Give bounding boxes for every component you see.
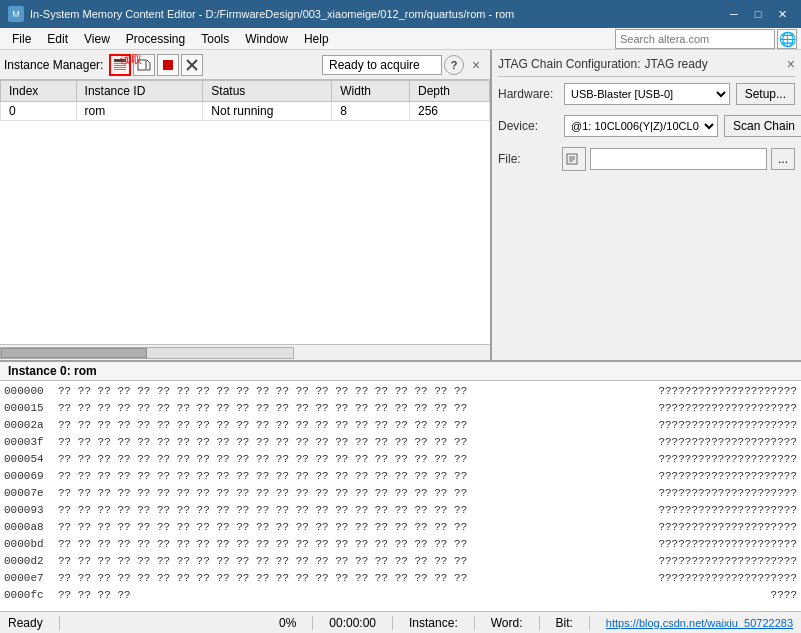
menu-bar: File Edit View Processing Tools Window H…	[0, 28, 801, 50]
close-button[interactable]: ✕	[771, 4, 793, 24]
instance-label: Instance:	[409, 616, 458, 630]
hex-row: 0000fc ?? ?? ?? ?? ????	[4, 587, 797, 604]
toolbar-label: Instance Manager:	[4, 58, 103, 72]
hex-bytes: ?? ?? ?? ?? ?? ?? ?? ?? ?? ?? ?? ?? ?? ?…	[58, 536, 656, 553]
hex-bytes: ?? ?? ?? ?? ?? ?? ?? ?? ?? ?? ?? ?? ?? ?…	[58, 468, 656, 485]
hex-row: 000069 ?? ?? ?? ?? ?? ?? ?? ?? ?? ?? ?? …	[4, 468, 797, 485]
svg-rect-3	[114, 67, 126, 68]
cell-index: 0	[1, 102, 77, 121]
hex-row: 000093 ?? ?? ?? ?? ?? ?? ?? ?? ?? ?? ?? …	[4, 502, 797, 519]
svg-rect-4	[114, 69, 126, 70]
instance-toolbar: Instance Manager: Ready to acquire	[0, 50, 490, 80]
device-select[interactable]: @1: 10CL006(Y|Z)/10CL0	[564, 115, 718, 137]
hex-address: 00002a	[4, 417, 56, 434]
hex-bytes: ?? ?? ?? ??	[58, 587, 675, 604]
hex-bytes: ?? ?? ?? ?? ?? ?? ?? ?? ?? ?? ?? ?? ?? ?…	[58, 519, 656, 536]
jtag-title: JTAG Chain Configuration:	[498, 57, 641, 71]
panel-close-button[interactable]: ×	[466, 55, 486, 75]
menu-view[interactable]: View	[76, 30, 118, 48]
hex-address: 0000a8	[4, 519, 56, 536]
col-instance-id: Instance ID	[76, 81, 203, 102]
delete-button[interactable]	[181, 54, 203, 76]
hardware-row: Hardware: USB-Blaster [USB-0] Setup...	[498, 83, 795, 105]
hex-address: 0000d2	[4, 553, 56, 570]
status-display: Ready to acquire	[322, 55, 442, 75]
hex-bytes: ?? ?? ?? ?? ?? ?? ?? ?? ?? ?? ?? ?? ?? ?…	[58, 485, 656, 502]
svg-rect-2	[114, 65, 126, 66]
file-label: File:	[498, 152, 558, 166]
h-scrollbar-area[interactable]	[0, 344, 490, 360]
hex-ascii: ????	[677, 587, 797, 604]
window-controls[interactable]: ─ □ ✕	[723, 4, 793, 24]
hex-ascii: ?????????????????????	[658, 434, 797, 451]
hex-row: 0000a8 ?? ?? ?? ?? ?? ?? ?? ?? ?? ?? ?? …	[4, 519, 797, 536]
hex-bytes: ?? ?? ?? ?? ?? ?? ?? ?? ?? ?? ?? ?? ?? ?…	[58, 553, 656, 570]
write-button[interactable]	[133, 54, 155, 76]
scan-chain-button[interactable]: Scan Chain	[724, 115, 801, 137]
hex-bytes: ?? ?? ?? ?? ?? ?? ?? ?? ?? ?? ?? ?? ?? ?…	[58, 451, 656, 468]
menu-tools[interactable]: Tools	[193, 30, 237, 48]
h-scrollbar-thumb[interactable]	[1, 348, 147, 358]
instances-table: Index Instance ID Status Width Depth 0 r…	[0, 80, 490, 121]
help-button[interactable]: ?	[444, 55, 464, 75]
hardware-select[interactable]: USB-Blaster [USB-0]	[564, 83, 730, 105]
hex-content[interactable]: 000000 ?? ?? ?? ?? ?? ?? ?? ?? ?? ?? ?? …	[0, 381, 801, 611]
window-title: In-System Memory Content Editor - D:/Fir…	[30, 8, 514, 20]
file-row: File: ...	[498, 147, 795, 171]
file-input[interactable]	[590, 148, 767, 170]
hex-bytes: ?? ?? ?? ?? ?? ?? ?? ?? ?? ?? ?? ?? ?? ?…	[58, 502, 656, 519]
device-row: Device: @1: 10CL006(Y|Z)/10CL0 Scan Chai…	[498, 115, 795, 137]
jtag-close-button[interactable]: ×	[787, 56, 795, 72]
hex-address: 00003f	[4, 434, 56, 451]
hex-row: 0000d2 ?? ?? ?? ?? ?? ?? ?? ?? ?? ?? ?? …	[4, 553, 797, 570]
hex-row: 000054 ?? ?? ?? ?? ?? ?? ?? ?? ?? ?? ?? …	[4, 451, 797, 468]
h-scrollbar[interactable]	[0, 347, 294, 359]
hardware-label: Hardware:	[498, 87, 558, 101]
hex-bytes: ?? ?? ?? ?? ?? ?? ?? ?? ?? ?? ?? ?? ?? ?…	[58, 570, 656, 587]
svg-line-6	[147, 60, 150, 63]
minimize-button[interactable]: ─	[723, 4, 745, 24]
setup-button[interactable]: Setup...	[736, 83, 795, 105]
hex-row: 0000e7 ?? ?? ?? ?? ?? ?? ?? ?? ?? ?? ?? …	[4, 570, 797, 587]
hex-address: 000015	[4, 400, 56, 417]
hex-address: 0000bd	[4, 536, 56, 553]
hex-ascii: ?????????????????????	[658, 383, 797, 400]
progress-status: 0%	[279, 616, 296, 630]
hex-address: 000054	[4, 451, 56, 468]
app-icon: M	[8, 6, 24, 22]
file-icon-button[interactable]	[562, 147, 586, 171]
hex-ascii: ?????????????????????	[658, 417, 797, 434]
hex-ascii: ?????????????????????	[658, 485, 797, 502]
hex-address: 00007e	[4, 485, 56, 502]
status-bar: Ready 0% 00:00:00 Instance: Word: Bit: h…	[0, 611, 801, 633]
cell-status: Not running	[203, 102, 332, 121]
menu-edit[interactable]: Edit	[39, 30, 76, 48]
hex-address: 000069	[4, 468, 56, 485]
maximize-button[interactable]: □	[747, 4, 769, 24]
hex-ascii: ?????????????????????	[658, 451, 797, 468]
hex-ascii: ?????????????????????	[658, 400, 797, 417]
table-row[interactable]: 0 rom Not running 8 256	[1, 102, 490, 121]
hex-address: 000093	[4, 502, 56, 519]
hex-address: 0000e7	[4, 570, 56, 587]
file-browse-button[interactable]: ...	[771, 148, 795, 170]
status-link[interactable]: https://blog.csdn.net/waixiu_50722283	[606, 617, 793, 629]
menu-window[interactable]: Window	[237, 30, 296, 48]
menu-help[interactable]: Help	[296, 30, 337, 48]
stop-button[interactable]	[157, 54, 179, 76]
read-button[interactable]	[109, 54, 131, 76]
svg-rect-9	[163, 60, 173, 70]
search-input[interactable]	[615, 29, 775, 49]
hex-ascii: ?????????????????????	[658, 570, 797, 587]
hex-bytes: ?? ?? ?? ?? ?? ?? ?? ?? ?? ?? ?? ?? ?? ?…	[58, 400, 656, 417]
cell-depth: 256	[409, 102, 489, 121]
svg-rect-0	[114, 59, 126, 62]
search-globe-icon[interactable]: 🌐	[777, 29, 797, 49]
hex-row: 00007e ?? ?? ?? ?? ?? ?? ?? ?? ?? ?? ?? …	[4, 485, 797, 502]
jtag-panel: JTAG Chain Configuration: JTAG ready × H…	[491, 50, 801, 360]
device-label: Device:	[498, 119, 558, 133]
menu-file[interactable]: File	[4, 30, 39, 48]
menu-processing[interactable]: Processing	[118, 30, 193, 48]
col-status: Status	[203, 81, 332, 102]
hex-viewer-header: Instance 0: rom	[0, 362, 801, 381]
